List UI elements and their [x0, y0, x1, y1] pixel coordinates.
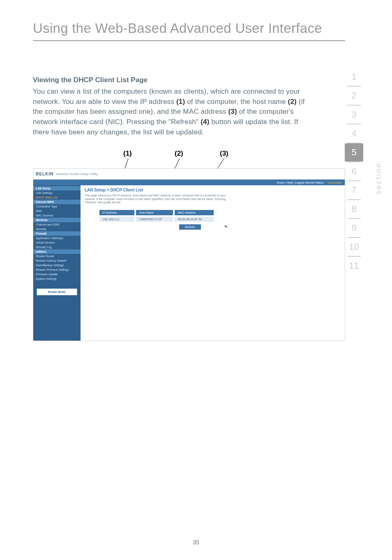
callout-labels: (1) (2) (3) (4): [33, 150, 316, 150]
sidebar-item[interactable]: Virtual Servers: [33, 240, 81, 245]
td-ip: 192.168.2.11: [99, 217, 134, 222]
th-ip: IP Address: [99, 210, 134, 215]
sidebar-group: Internet WAN: [33, 200, 81, 204]
section-nav-item-7[interactable]: 7: [345, 181, 363, 199]
sidebar-item[interactable]: Restart Router: [33, 254, 81, 258]
sidebar-group: Firewall: [33, 231, 81, 236]
ref-2: (2): [288, 98, 297, 106]
sidebar-group: LAN Setup: [33, 186, 81, 191]
section-nav-item-1[interactable]: 1: [345, 68, 363, 86]
table-row: 192.168.2.11 LINKEPAD-LT-XP 00-30-48-16-…: [99, 217, 341, 222]
td-mac: 00-30-48-16-87-56: [175, 217, 214, 222]
callout-1: (1): [123, 150, 132, 158]
callout-2: (2): [175, 150, 183, 158]
topbar-status: Connected: [327, 181, 341, 184]
content-block: Viewing the DHCP Client List Page You ca…: [33, 76, 316, 341]
sidebar-item[interactable]: Application Gateways: [33, 236, 81, 240]
th-host: Host Name: [136, 210, 173, 215]
sidebar-item[interactable]: Restore Previous Settings: [33, 267, 81, 272]
ref-1: (1): [176, 98, 185, 106]
document-page: Using the Web-Based Advanced User Interf…: [0, 0, 392, 560]
section-nav-item-4[interactable]: 4: [345, 124, 363, 143]
table-header-row: IP Address Host Name MAC Address: [99, 210, 341, 215]
title-rule: [33, 40, 345, 41]
body-part: of the computer, the host name: [185, 98, 288, 106]
sidebar-item[interactable]: Security Log: [33, 245, 81, 249]
figure-sidebar: LAN SetupLAN SettingsDHCP Client ListInt…: [33, 185, 81, 341]
figure-router-ui: BELKIN Wireless Router Setup Utility Hom…: [33, 168, 345, 341]
refresh-button[interactable]: Refresh: [179, 224, 201, 230]
section-nav-item-5[interactable]: 5: [345, 143, 363, 161]
sidebar-item[interactable]: Channel and SSID: [33, 222, 81, 227]
th-mac: MAC Address: [175, 210, 214, 215]
sidebar-group: Utilities: [33, 249, 81, 254]
page-title: Using the Web-Based Advanced User Interf…: [33, 21, 363, 36]
figure-description: This page shows you the IP address, Host…: [85, 194, 233, 204]
callout-3: (3): [220, 150, 228, 158]
sidebar-item[interactable]: LAN Settings: [33, 191, 81, 195]
body-text: You can view a list of the computers (kn…: [33, 87, 316, 137]
sidebar-item[interactable]: Connection Type: [33, 204, 81, 209]
sidebar-item[interactable]: DNS: [33, 209, 81, 213]
sidebar-mode: Router Mode: [37, 288, 77, 295]
sidebar-item[interactable]: Security: [33, 227, 81, 231]
section-nav: 1234567891011: [345, 68, 363, 275]
sidebar-item[interactable]: System Settings: [33, 277, 81, 281]
ref-3: (3): [228, 108, 237, 115]
sidebar-item[interactable]: DHCP Client List: [33, 195, 81, 200]
section-nav-item-9[interactable]: 9: [345, 219, 363, 237]
cursor-icon: ↖: [224, 224, 228, 230]
sidebar-item[interactable]: MAC Address: [33, 213, 81, 218]
section-nav-item-8[interactable]: 8: [345, 200, 363, 218]
ref-4: (4): [201, 118, 209, 126]
sidebar-item[interactable]: Firmware Update: [33, 272, 81, 277]
figure-main: LAN Setup > DHCP Client List This page s…: [81, 185, 345, 341]
section-nav-item-3[interactable]: 3: [345, 106, 363, 124]
topbar-links[interactable]: Home | Help | Logout Internet Status:: [277, 181, 324, 184]
section-nav-item-2[interactable]: 2: [345, 87, 363, 105]
logo-subtext: Wireless Router Setup Utility: [56, 172, 98, 176]
section-nav-item-6[interactable]: 6: [345, 162, 363, 180]
dhcp-table: IP Address Host Name MAC Address 192.168…: [99, 210, 341, 222]
section-heading: Viewing the DHCP Client List Page: [33, 76, 316, 84]
sidebar-group: Wireless: [33, 218, 81, 222]
sidebar-item[interactable]: Save/Backup Settings: [33, 263, 81, 267]
sidebar-item[interactable]: Restore Factory Default: [33, 258, 81, 263]
figure-body: LAN SetupLAN SettingsDHCP Client ListInt…: [33, 185, 345, 341]
section-nav-item-11[interactable]: 11: [345, 257, 363, 275]
breadcrumb: LAN Setup > DHCP Client List: [85, 188, 341, 192]
logo-text: BELKIN: [36, 172, 53, 176]
section-label: section: [374, 162, 383, 194]
td-host: LINKEPAD-LT-XP: [136, 217, 173, 222]
figure-header: BELKIN Wireless Router Setup Utility: [33, 169, 345, 180]
section-nav-item-10[interactable]: 10: [345, 238, 363, 256]
figure-topbar: Home | Help | Logout Internet Status: Co…: [33, 180, 345, 185]
page-number: 35: [193, 539, 199, 546]
